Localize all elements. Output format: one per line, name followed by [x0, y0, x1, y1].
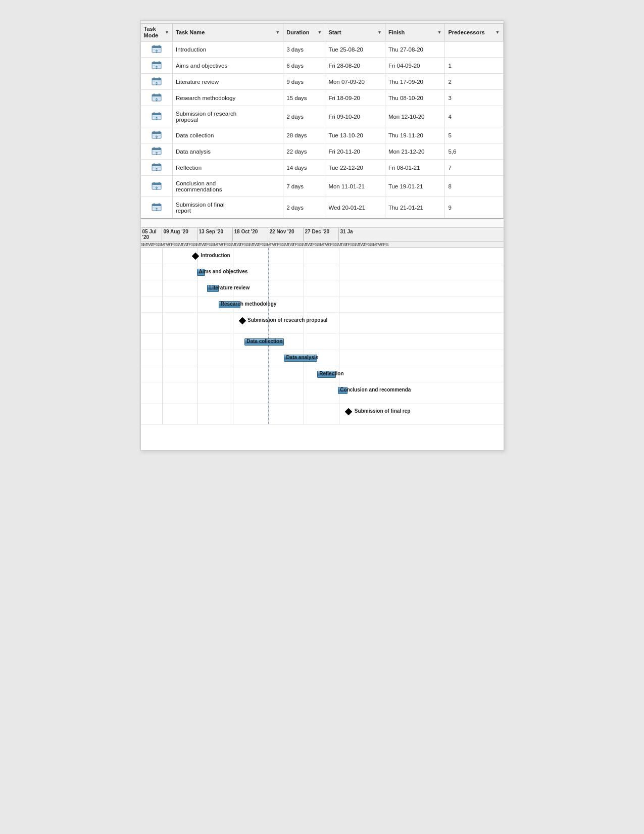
svg-rect-9 — [159, 61, 160, 63]
task-start: Mon 07-09-20 — [325, 74, 385, 90]
task-start: Fri 09-10-20 — [325, 106, 385, 127]
task-duration: 2 days — [283, 197, 325, 218]
col-header-task-name[interactable]: Task Name ▼ — [172, 24, 283, 41]
table-row[interactable]: Data analysis22 daysFri 20-11-20Mon 21-1… — [141, 143, 504, 160]
task-name: Conclusion and recommendations — [172, 176, 283, 197]
task-predecessors — [445, 41, 503, 58]
svg-rect-13 — [152, 78, 161, 80]
table-row[interactable]: Literature review9 daysMon 07-09-20Thu 1… — [141, 74, 504, 90]
gantt-day-row: SMTWTFSSMTWTFSSMTWTFSSMTWTFSSMTWTFSSMTWT… — [141, 241, 504, 248]
col-header-predecessors[interactable]: Predecessors ▼ — [445, 24, 503, 41]
task-mode-cell — [141, 106, 173, 127]
task-mode-cell — [141, 197, 173, 218]
gantt-task-label: Research methodology — [221, 301, 277, 307]
gantt-body: IntroductionAims and objectivesLiteratur… — [141, 248, 504, 425]
task-duration: 2 days — [283, 106, 325, 127]
task-duration: 3 days — [283, 41, 325, 58]
svg-rect-14 — [154, 77, 155, 79]
svg-rect-20 — [154, 93, 155, 95]
task-mode-icon — [152, 130, 162, 139]
svg-rect-45 — [159, 163, 160, 165]
svg-point-23 — [156, 100, 157, 101]
gantt-row: Literature review — [141, 280, 504, 297]
col-header-duration[interactable]: Duration ▼ — [283, 24, 325, 41]
svg-rect-25 — [152, 113, 161, 115]
svg-rect-39 — [159, 147, 160, 149]
task-predecessors: 4 — [445, 106, 503, 127]
task-finish: Thu 08-10-20 — [385, 90, 445, 106]
task-name: Literature review — [172, 74, 283, 90]
svg-point-59 — [156, 209, 157, 211]
task-predecessors: 5 — [445, 127, 503, 143]
task-predecessors: 9 — [445, 197, 503, 218]
task-duration: 15 days — [283, 90, 325, 106]
table-row[interactable]: Research methodology15 daysFri 18-09-20T… — [141, 90, 504, 106]
gantt-task-label: Conclusion and recommenda — [340, 387, 411, 393]
svg-rect-33 — [159, 131, 160, 133]
gantt-row: Introduction — [141, 248, 504, 264]
svg-rect-56 — [154, 203, 155, 205]
task-mode-icon — [152, 181, 162, 190]
task-duration: 22 days — [283, 143, 325, 160]
task-duration: 6 days — [283, 58, 325, 74]
task-name: Data analysis — [172, 143, 283, 160]
task-mode-cell — [141, 90, 173, 106]
task-mode-cell — [141, 74, 173, 90]
task-mode-icon — [152, 61, 162, 70]
task-start: Mon 11-01-21 — [325, 176, 385, 197]
task-predecessors: 5,6 — [445, 143, 503, 160]
task-name: Data collection — [172, 127, 283, 143]
task-name: Aims and objectives — [172, 58, 283, 74]
task-finish: Fri 08-01-21 — [385, 160, 445, 176]
task-predecessors: 2 — [445, 74, 503, 90]
col-header-task-mode[interactable]: Task Mode ▼ — [141, 24, 173, 41]
svg-point-11 — [156, 67, 157, 69]
table-row[interactable]: Conclusion and recommendations7 daysMon … — [141, 176, 504, 197]
sort-arrow-duration: ▼ — [317, 30, 322, 35]
task-start: Wed 20-01-21 — [325, 197, 385, 218]
svg-rect-55 — [152, 204, 161, 206]
task-mode-cell — [141, 58, 173, 74]
table-row[interactable]: Data collection28 daysTue 13-10-20Thu 19… — [141, 127, 504, 143]
gantt-month-6: 27 Dec '20 — [304, 228, 339, 241]
svg-rect-50 — [154, 182, 155, 184]
gantt-month-5: 22 Nov '20 — [268, 228, 304, 241]
task-predecessors: 1 — [445, 58, 503, 74]
gantt-task-label: Data analysis — [286, 355, 318, 360]
task-finish: Fri 04-09-20 — [385, 58, 445, 74]
svg-point-17 — [156, 83, 157, 85]
task-duration: 28 days — [283, 127, 325, 143]
task-duration: 7 days — [283, 176, 325, 197]
gantt-row: Research methodology — [141, 297, 504, 313]
task-mode-icon — [152, 203, 162, 212]
task-name: Research methodology — [172, 90, 283, 106]
table-row[interactable]: Reflection14 daysTue 22-12-20Fri 08-01-2… — [141, 160, 504, 176]
task-mode-cell — [141, 176, 173, 197]
gantt-row: Data collection — [141, 334, 504, 350]
svg-rect-57 — [159, 203, 160, 205]
task-mode-cell — [141, 143, 173, 160]
svg-rect-27 — [159, 112, 160, 114]
task-start: Fri 20-11-20 — [325, 143, 385, 160]
table-row[interactable]: Introduction3 daysTue 25-08-20Thu 27-08-… — [141, 41, 504, 58]
svg-rect-38 — [154, 147, 155, 149]
task-duration: 14 days — [283, 160, 325, 176]
task-finish: Mon 12-10-20 — [385, 106, 445, 127]
svg-rect-15 — [159, 77, 160, 79]
gantt-month-2: 09 Aug '20 — [162, 228, 197, 241]
sort-arrow-task-mode: ▼ — [165, 30, 169, 35]
task-predecessors: 7 — [445, 160, 503, 176]
table-row[interactable]: Aims and objectives6 daysFri 28-08-20Fri… — [141, 58, 504, 74]
task-name: Submission of final report — [172, 197, 283, 218]
svg-rect-7 — [152, 62, 161, 64]
table-section: Task Mode ▼ Task Name ▼ Duration ▼ — [141, 24, 504, 219]
task-start: Tue 22-12-20 — [325, 160, 385, 176]
table-row[interactable]: Submission of research proposal2 daysFri… — [141, 106, 504, 127]
svg-point-5 — [156, 51, 157, 53]
gantt-row: Data analysis — [141, 350, 504, 366]
table-row[interactable]: Submission of final report2 daysWed 20-0… — [141, 197, 504, 218]
col-header-start[interactable]: Start ▼ — [325, 24, 385, 41]
task-name: Reflection — [172, 160, 283, 176]
col-header-finish[interactable]: Finish ▼ — [385, 24, 445, 41]
task-mode-icon — [152, 77, 162, 86]
